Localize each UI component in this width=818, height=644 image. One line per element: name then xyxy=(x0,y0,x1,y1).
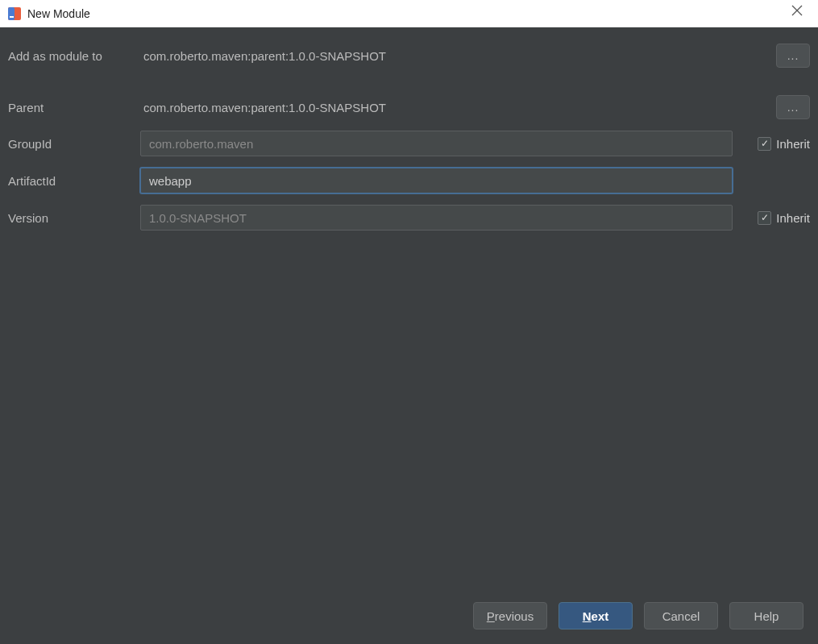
artifactid-field[interactable] xyxy=(140,168,733,193)
spacer xyxy=(8,79,810,84)
cancel-button[interactable]: Cancel xyxy=(644,602,718,629)
add-as-module-label: Add as module to xyxy=(8,49,135,63)
help-button[interactable]: Help xyxy=(729,602,803,629)
titlebar: New Module xyxy=(0,0,818,27)
app-icon xyxy=(8,7,21,20)
footer-buttons: Previous Next Cancel Help xyxy=(473,602,803,629)
parent-value: com.roberto.maven:parent:1.0.0-SNAPSHOT xyxy=(140,101,733,114)
checkmark-icon: ✓ xyxy=(758,137,771,151)
version-inherit[interactable]: ✓ Inherit xyxy=(758,211,810,225)
add-as-module-value: com.roberto.maven:parent:1.0.0-SNAPSHOT xyxy=(140,49,733,63)
inherit-label: Inherit xyxy=(776,137,810,151)
inherit-label: Inherit xyxy=(776,211,810,225)
add-as-module-browse-button[interactable]: ... xyxy=(776,44,810,68)
next-button[interactable]: Next xyxy=(558,602,633,629)
svg-rect-2 xyxy=(10,16,14,18)
groupid-label: GroupId xyxy=(8,137,135,151)
version-label: Version xyxy=(8,211,135,225)
artifactid-label: ArtifactId xyxy=(8,174,135,188)
window-title: New Module xyxy=(27,7,90,20)
previous-rest: revious xyxy=(495,609,534,623)
checkmark-icon: ✓ xyxy=(758,211,771,225)
dialog-content: Add as module to com.roberto.maven:paren… xyxy=(0,27,818,644)
artifactid-input[interactable] xyxy=(149,174,724,188)
groupid-inherit[interactable]: ✓ Inherit xyxy=(758,137,810,151)
parent-label: Parent xyxy=(8,101,135,114)
version-field xyxy=(140,205,733,231)
close-icon[interactable] xyxy=(786,3,808,23)
next-rest: ext xyxy=(592,609,609,623)
previous-button[interactable]: Previous xyxy=(473,602,547,629)
groupid-field xyxy=(140,131,733,156)
version-input xyxy=(149,211,724,225)
groupid-input xyxy=(149,137,724,151)
svg-rect-1 xyxy=(8,7,15,20)
parent-browse-button[interactable]: ... xyxy=(776,95,810,119)
